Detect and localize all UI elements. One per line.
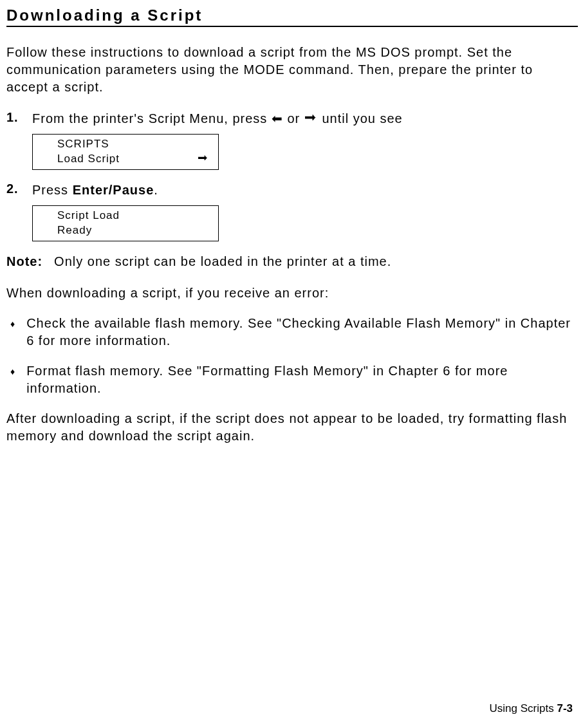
- step-2-before: Press: [32, 183, 73, 197]
- lcd-2-line-2: Ready: [57, 223, 218, 238]
- note: Note:Only one script can be loaded in th…: [6, 253, 578, 270]
- page-number: 7-3: [557, 702, 573, 714]
- section-heading: Downloading a Script: [6, 6, 578, 27]
- step-1-after: until you see: [318, 111, 403, 126]
- lcd-2-line-1: Script Load: [57, 209, 218, 223]
- step-2-number: 2.: [6, 182, 21, 199]
- step-2: 2. Press Enter/Pause.: [6, 182, 578, 199]
- right-arrow-icon: ⮕: [198, 152, 209, 167]
- page-footer: Using Scripts 7-3: [490, 702, 573, 715]
- step-1-text: From the printer's Script Menu, press ⬅ …: [32, 110, 403, 127]
- bullet-1-text: Check the available flash memory. See "C…: [26, 315, 578, 350]
- lcd-1-line-1: SCRIPTS: [57, 137, 218, 152]
- note-text: Only one script can be loaded in the pri…: [54, 254, 391, 268]
- note-label: Note:: [6, 254, 42, 268]
- lcd-display-2: Script Load Ready: [32, 205, 219, 241]
- list-item: ♦ Format flash memory. See "Formatting F…: [6, 362, 578, 397]
- bullet-2-text: Format flash memory. See "Formatting Fla…: [26, 362, 578, 397]
- right-arrow-icon: ⮕: [304, 111, 318, 126]
- error-intro: When downloading a script, if you receiv…: [6, 285, 578, 302]
- lcd-display-1: SCRIPTS Load Script ⮕: [32, 134, 219, 170]
- step-1-number: 1.: [6, 110, 21, 127]
- bullet-icon: ♦: [6, 315, 15, 350]
- left-arrow-icon: ⬅: [272, 111, 283, 126]
- lcd-1-line-2-label: Load Script: [57, 152, 120, 167]
- step-2-bold: Enter/Pause: [73, 183, 154, 197]
- step-1: 1. From the printer's Script Menu, press…: [6, 110, 578, 127]
- intro-paragraph: Follow these instructions to download a …: [6, 44, 578, 96]
- step-1-before: From the printer's Script Menu, press: [32, 111, 272, 126]
- after-paragraph: After downloading a script, if the scrip…: [6, 410, 578, 445]
- step-2-text: Press Enter/Pause.: [32, 182, 158, 199]
- list-item: ♦ Check the available flash memory. See …: [6, 315, 578, 350]
- step-2-after: .: [154, 183, 158, 197]
- step-1-or: or: [283, 111, 304, 126]
- footer-label: Using Scripts: [490, 702, 557, 714]
- bullet-icon: ♦: [6, 362, 15, 397]
